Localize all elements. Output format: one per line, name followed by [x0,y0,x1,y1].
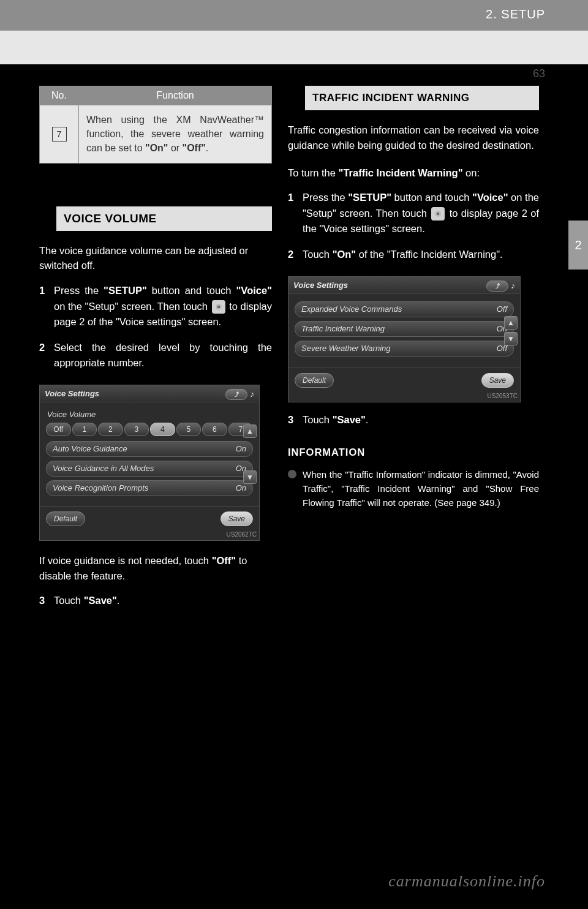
vol-1-button[interactable]: 1 [72,423,97,436]
default-button[interactable]: Default [46,511,85,526]
arrow-down-icon[interactable]: ▼ [504,332,518,345]
td-no: 7 [40,105,79,164]
volume-row: Off 1 2 3 4 5 6 7 [46,423,253,436]
setting-row[interactable]: Traffic Incident WarningOn [295,321,514,337]
shot-code: US2062TC [40,531,259,540]
traffic-intro: Traffic congestion information can be re… [288,123,539,153]
arrow-up-icon[interactable]: ▲ [504,316,518,330]
step-3-left: 3 Touch "Save". [39,593,272,609]
arrow-down-icon[interactable]: ▼ [243,470,257,484]
traffic-incident-heading: TRAFFIC INCIDENT WARNING [288,86,539,110]
th-function: Function [79,86,272,105]
music-note-icon: ♪ [250,389,254,399]
number-box-icon: 7 [52,127,67,141]
page: 2. SETUP 63 2 No. Function 7 When using … [0,0,588,909]
top-bar: 2. SETUP [0,0,588,31]
disc-icon [431,207,445,221]
step-1-right: 1 Press the "SETUP" button and touch "Vo… [288,190,539,237]
shot-titlebar: Voice Settings ♪ ⤴ [40,385,259,402]
heading-black-block [39,206,56,231]
side-tab: 2 [568,221,588,270]
information-title: INFORMATION [288,445,539,460]
shot-titlebar: Voice Settings ♪ ⤴ [288,277,520,294]
vol-6-button[interactable]: 6 [202,423,227,436]
after-shot-para: If voice guidance is not needed, touch "… [39,553,272,584]
step-3-right: 3 Touch "Save". [288,412,539,428]
shot-title: Voice Settings [293,281,348,290]
sub-bar: 63 [0,31,588,64]
save-button[interactable]: Save [221,511,253,526]
th-no: No. [40,86,79,105]
back-icon[interactable]: ⤴ [486,281,508,292]
back-icon[interactable]: ⤴ [225,389,247,400]
shot-voice-volume-label: Voice Volume [47,410,253,419]
page-number: 63 [533,67,545,80]
shot-footer: Default Save [40,506,259,531]
scroll-arrows: ▲ ▼ [243,424,257,484]
setting-row[interactable]: Auto Voice GuidanceOn [46,441,253,457]
information-bullet: When the "Traffic Information" indicator… [288,467,539,510]
step-2-left: 2 Select the desired level by touching t… [39,340,272,371]
shot-code: US2053TC [288,393,520,402]
disc-icon [212,300,225,314]
setting-row[interactable]: Severe Weather WarningOff [295,341,514,356]
setting-row[interactable]: Voice Recognition PromptsOn [46,480,253,496]
voice-settings-screenshot-right: Voice Settings ♪ ⤴ Expanded Voice Comman… [288,276,521,402]
heading-label: VOICE VOLUME [56,206,272,231]
side-tab-label: 2 [575,238,581,252]
shot-body: Voice Volume Off 1 2 3 4 5 6 7 Auto Voic… [40,402,259,506]
voice-volume-heading: VOICE VOLUME [39,206,272,231]
shot-title: Voice Settings [45,389,99,398]
right-column: TRAFFIC INCIDENT WARNING Traffic congest… [288,86,539,510]
shot-footer: Default Save [288,368,520,393]
chapter-label: 2. SETUP [486,7,545,21]
heading-black-block [288,86,305,110]
information-text: When the "Traffic Information" indicator… [303,467,539,510]
setting-row[interactable]: Expanded Voice CommandsOff [295,301,514,317]
step-1-left: 1 Press the "SETUP" button and touch "Vo… [39,283,272,330]
vol-2-button[interactable]: 2 [98,423,123,436]
enable-line: To turn the "Traffic Incident Warning" o… [288,165,539,181]
bullet-dot-icon [288,470,296,478]
left-column: No. Function 7 When using the XM NavWeat… [39,86,272,609]
vol-3-button[interactable]: 3 [124,423,149,436]
setting-row[interactable]: Voice Guidance in All ModesOn [46,461,253,477]
watermark: carmanualsonline.info [388,872,545,891]
heading-label: TRAFFIC INCIDENT WARNING [305,86,539,110]
function-table: No. Function 7 When using the XM NavWeat… [39,86,272,164]
save-button[interactable]: Save [481,373,514,388]
arrow-up-icon[interactable]: ▲ [243,424,257,438]
shot-body: Expanded Voice CommandsOff Traffic Incid… [288,294,520,368]
default-button[interactable]: Default [295,373,334,388]
step-2-right: 2 Touch "On" of the "Traffic Incident Wa… [288,247,539,263]
scroll-arrows: ▲ ▼ [504,316,518,345]
td-function: When using the XM NavWeather™ function, … [79,105,272,164]
music-note-icon: ♪ [511,281,515,290]
vol-4-button[interactable]: 4 [150,423,175,436]
vol-5-button[interactable]: 5 [176,423,202,436]
vol-off-button[interactable]: Off [46,423,71,436]
voice-settings-screenshot-left: Voice Settings ♪ ⤴ Voice Volume Off 1 2 … [39,385,260,541]
voice-volume-intro: The voice guidance volume can be adjuste… [39,243,272,274]
